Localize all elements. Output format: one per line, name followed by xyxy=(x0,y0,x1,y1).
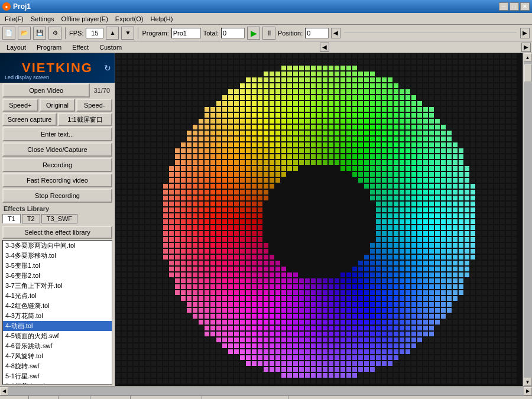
effect-tab-t2[interactable]: T2 xyxy=(22,214,40,223)
list-item[interactable]: 3-5变形1.tol xyxy=(3,261,112,271)
left-panel: VIETKING Led display screen ↻ Open Video… xyxy=(0,53,115,386)
menu-export[interactable]: Export(O) xyxy=(112,14,147,24)
speed-plus-button[interactable]: Speed+ xyxy=(2,99,38,112)
list-item[interactable]: 4-7风旋转.tol xyxy=(3,351,112,361)
fast-recording-button[interactable]: Fast Recording video xyxy=(2,173,112,187)
fps-down-button[interactable]: ▼ xyxy=(121,27,134,40)
list-item[interactable]: 4-动画.tol xyxy=(3,321,112,331)
scroll-h-track[interactable] xyxy=(8,387,524,395)
close-button[interactable]: ✕ xyxy=(520,2,530,11)
tab-prev[interactable]: ◀ xyxy=(320,43,329,52)
minimize-button[interactable]: ─ xyxy=(499,2,508,11)
open-video-row: Open Video 31/70 xyxy=(2,83,112,98)
list-item[interactable]: 4-6音乐跳动.swf xyxy=(3,341,112,351)
status-frame: Frame:24.9721088409424 xyxy=(202,396,289,399)
separator-1 xyxy=(65,27,66,39)
open-button[interactable]: 📂 xyxy=(18,27,31,40)
list-item[interactable]: 5-1行星.swf xyxy=(3,371,112,381)
list-item[interactable]: 4-1光点.tol xyxy=(3,291,112,301)
speed-row: Speed+ Original Speed- xyxy=(2,99,112,112)
video-count: 31/70 xyxy=(91,87,112,94)
list-item[interactable]: 4-2红色链漪.tol xyxy=(3,301,112,311)
canvas-area: ▲ ▼ xyxy=(115,53,532,386)
tab-custom[interactable]: Custom xyxy=(94,42,127,53)
status-bar: C1P1 Light:0 Zoom:6 Pos:(0,57) Cur:(C2P4… xyxy=(0,395,532,399)
led-display-area xyxy=(115,53,523,386)
close-video-capture-button[interactable]: Close Video/Capture xyxy=(2,142,112,157)
scroll-down-button[interactable]: ▼ xyxy=(524,378,532,386)
list-item[interactable]: 3-7三角上下对开.tol xyxy=(3,281,112,291)
total-label: Total: xyxy=(203,30,219,37)
effects-tabs: T1 T2 T3_SWF xyxy=(0,213,115,225)
settings-button[interactable]: ⚙ xyxy=(48,27,61,40)
ratio11-button[interactable]: 1:1截屏窗口 xyxy=(58,113,112,126)
effects-list[interactable]: 3-3多要形两边向中间.tol3-4多要形移动.tol3-5变形1.tol3-6… xyxy=(2,240,112,385)
play-button[interactable]: ▶ xyxy=(247,27,260,40)
select-effect-button[interactable]: Select the effect library xyxy=(2,226,112,239)
scroll-right-button[interactable]: ▶ xyxy=(524,387,532,395)
screen-capture-row: Screen capture 1:1截屏窗口 xyxy=(2,113,112,126)
menu-settings[interactable]: Settings xyxy=(27,14,58,24)
maximize-button[interactable]: □ xyxy=(510,2,519,11)
tab-effect[interactable]: Effect xyxy=(67,42,94,53)
window-title: Proj1 xyxy=(13,2,31,11)
refresh-icon[interactable]: ↻ xyxy=(104,63,111,73)
effects-library-label: Effects Library xyxy=(0,203,115,213)
speed-minus-button[interactable]: Speed- xyxy=(76,99,112,112)
logo-area: VIETKING Led display screen ↻ xyxy=(0,53,115,83)
list-item[interactable]: 4-5镜面的火焰.swf xyxy=(3,331,112,341)
scroll-left-button[interactable]: ◀ xyxy=(0,387,8,395)
menu-help[interactable]: Help(H) xyxy=(147,14,177,24)
menu-offline-player[interactable]: Offline player(E) xyxy=(58,14,112,24)
status-pos: Pos:(0,57) xyxy=(90,396,131,399)
menu-file[interactable]: File(F) xyxy=(1,14,27,24)
status-zoom: Zoom:6 xyxy=(59,396,90,399)
save-button[interactable]: 💾 xyxy=(33,27,46,40)
status-light: Light:0 xyxy=(29,396,59,399)
fps-up-button[interactable]: ▲ xyxy=(106,27,119,40)
new-button[interactable]: 📄 xyxy=(2,27,15,40)
program-input[interactable] xyxy=(171,28,201,38)
menu-bar: File(F) Settings Offline player(E) Expor… xyxy=(0,13,532,25)
list-item[interactable]: 3-3多要形两边向中间.tol xyxy=(3,241,112,251)
logo-subtitle: Led display screen xyxy=(5,74,49,80)
scroll-up-button[interactable]: ▲ xyxy=(524,53,532,61)
vertical-scrollbar[interactable]: ▲ ▼ xyxy=(523,53,532,386)
fps-input[interactable] xyxy=(86,28,103,38)
logo-vietking: VIETKING xyxy=(22,60,93,76)
separator-2 xyxy=(138,27,138,39)
program-label: Program: xyxy=(142,30,168,37)
list-item[interactable]: 4-3万花筒.tol xyxy=(3,311,112,321)
horizontal-scrollbar[interactable]: ◀ ▶ xyxy=(0,386,532,395)
prev-button[interactable]: ◀ xyxy=(331,28,340,38)
tab-program[interactable]: Program xyxy=(31,42,67,53)
list-item[interactable]: 5-2烟花.1.swf xyxy=(3,381,112,385)
stop-recording-button[interactable]: Stop Recording xyxy=(2,189,112,203)
tab-row: Layout Program Effect Custom ◀ ▶ xyxy=(0,41,532,53)
next-button[interactable]: ▶ xyxy=(520,28,530,38)
list-item[interactable]: 3-4多要形移动.tol xyxy=(3,251,112,261)
open-video-button[interactable]: Open Video xyxy=(2,83,90,98)
scroll-track[interactable] xyxy=(524,61,532,378)
total-input[interactable] xyxy=(221,28,245,38)
effect-tab-t3swf[interactable]: T3_SWF xyxy=(41,214,77,223)
position-input[interactable] xyxy=(305,28,329,38)
list-item[interactable]: 3-6变形2.tol xyxy=(3,271,112,281)
scroll-thumb[interactable] xyxy=(524,64,531,82)
toolbar: 📄 📂 💾 ⚙ FPS: ▲ ▼ Program: Total: ▶ ⏸ Pos… xyxy=(0,25,532,41)
pause-button[interactable]: ⏸ xyxy=(262,27,275,40)
title-bar: ● Proj1 ─ □ ✕ xyxy=(0,0,532,13)
recording-button[interactable]: Recording xyxy=(2,158,112,172)
status-cell: C1P1 xyxy=(2,396,29,399)
tab-layout[interactable]: Layout xyxy=(1,42,31,53)
original-button[interactable]: Original xyxy=(40,99,76,112)
status-cur: Cur:(C2P4,Light:130) xyxy=(131,396,202,399)
led-canvas xyxy=(115,53,523,386)
effect-tab-t1[interactable]: T1 xyxy=(2,214,21,223)
main-layout: VIETKING Led display screen ↻ Open Video… xyxy=(0,53,532,386)
enter-text-button[interactable]: Enter text... xyxy=(2,127,112,141)
screen-capture-button[interactable]: Screen capture xyxy=(2,113,57,126)
list-item[interactable]: 4-8旋转.swf xyxy=(3,361,112,371)
tab-next[interactable]: ▶ xyxy=(521,43,531,52)
app-icon: ● xyxy=(2,2,11,11)
